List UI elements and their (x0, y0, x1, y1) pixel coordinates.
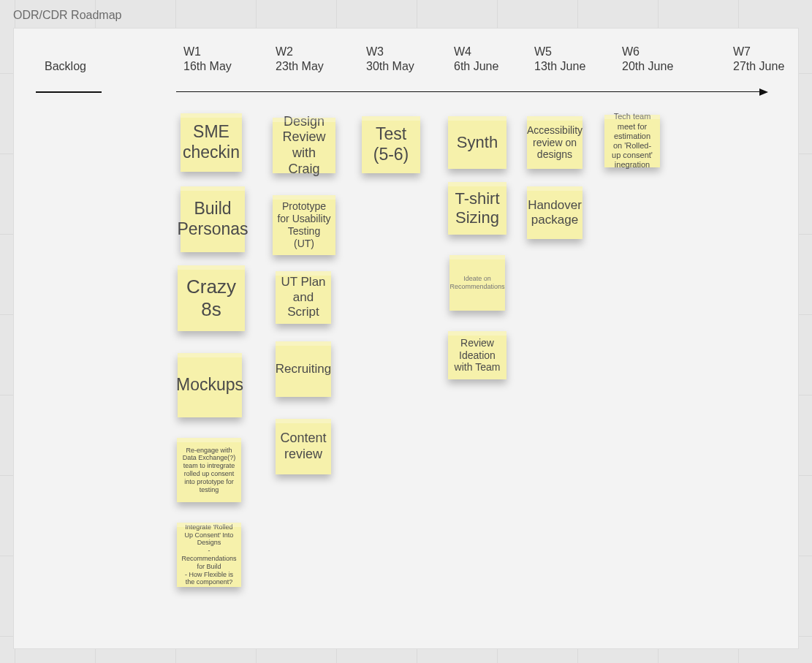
sticky-note[interactable]: T-shirt Sizing (448, 182, 506, 235)
sticky-note[interactable]: Recruiting (276, 341, 331, 397)
col-head-w7-week: W7 (733, 45, 784, 59)
sticky-note[interactable]: Re-engage with Data Exchange(?) team to … (177, 438, 241, 502)
sticky-note[interactable]: Crazy 8s (178, 265, 245, 331)
col-head-w5-week: W5 (534, 45, 585, 59)
roadmap-frame[interactable]: Backlog W1 16th May W2 23th May W3 30th … (13, 28, 799, 649)
frame-title: ODR/CDR Roadmap (13, 9, 121, 22)
col-head-w3: W3 30th May (366, 45, 414, 74)
col-head-w6: W6 20th June (622, 45, 673, 74)
sticky-note[interactable]: Synth (448, 116, 506, 169)
sticky-note[interactable]: Prototype for Usability Testing (UT) (273, 195, 335, 255)
sticky-note[interactable]: Handover package (527, 186, 583, 239)
col-head-w4: W4 6th June (454, 45, 498, 74)
col-head-w3-date: 30th May (366, 59, 414, 74)
col-head-w1-week: W1 (183, 45, 232, 59)
col-head-w3-week: W3 (366, 45, 414, 59)
sticky-note[interactable]: Build Personas (181, 186, 245, 252)
col-head-w4-week: W4 (454, 45, 498, 59)
sticky-note[interactable]: UT Plan and Script (276, 271, 331, 324)
whiteboard-canvas[interactable]: ODR/CDR Roadmap Backlog W1 16th May W2 2… (0, 0, 812, 663)
col-head-backlog: Backlog (45, 59, 86, 74)
col-head-w7: W7 27th June (733, 45, 784, 74)
sticky-note[interactable]: Review Ideation with Team (448, 331, 506, 379)
col-head-w2: W2 23th May (276, 45, 324, 74)
sticky-note[interactable]: Test (5-6) (362, 116, 420, 173)
col-head-w5: W5 13th June (534, 45, 585, 74)
sticky-note[interactable]: Integrate 'Rolled Up Consent' Into Desig… (177, 523, 241, 587)
col-head-w5-date: 13th June (534, 59, 585, 74)
sticky-note[interactable]: Tech team meet for estimation on 'Rolled… (604, 115, 660, 167)
sticky-note[interactable]: Accessibility review on designs (527, 116, 583, 169)
col-head-w6-week: W6 (622, 45, 673, 59)
col-head-w2-week: W2 (276, 45, 324, 59)
timeline-arrow (176, 91, 767, 92)
col-head-backlog-label: Backlog (45, 59, 86, 74)
col-head-w1-date: 16th May (183, 59, 232, 74)
col-head-w4-date: 6th June (454, 59, 498, 74)
backlog-underline (36, 91, 102, 93)
col-head-w6-date: 20th June (622, 59, 673, 74)
col-head-w1: W1 16th May (183, 45, 232, 74)
col-head-w7-date: 27th June (733, 59, 784, 74)
sticky-note[interactable]: Ideate on Recommendations (449, 255, 505, 311)
col-head-w2-date: 23th May (276, 59, 324, 74)
sticky-note[interactable]: SME checkin (181, 113, 242, 172)
sticky-note[interactable]: Mockups (178, 353, 242, 417)
sticky-note[interactable]: Design Review with Craig (273, 118, 335, 173)
sticky-note[interactable]: Content review (276, 419, 331, 474)
